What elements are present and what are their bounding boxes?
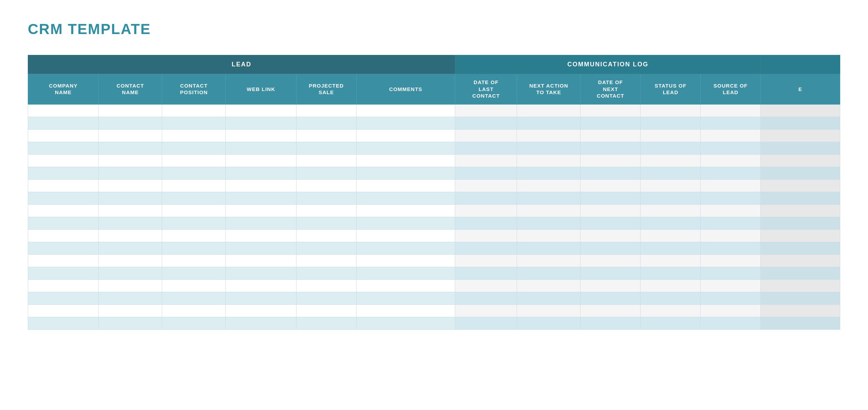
table-cell[interactable] (226, 192, 296, 204)
table-cell[interactable] (356, 229, 455, 242)
table-cell-comm[interactable] (455, 267, 517, 279)
table-cell[interactable] (226, 217, 296, 229)
table-cell[interactable] (99, 117, 162, 129)
table-cell-comm[interactable] (581, 279, 641, 292)
table-cell-comm[interactable] (641, 154, 701, 167)
table-cell[interactable] (356, 204, 455, 217)
table-cell[interactable] (28, 117, 99, 129)
table-cell-comm[interactable] (517, 204, 581, 217)
table-cell-comm[interactable] (641, 104, 701, 117)
table-cell-extra[interactable] (761, 279, 840, 292)
table-cell-comm[interactable] (517, 104, 581, 117)
table-cell-comm[interactable] (641, 192, 701, 204)
table-cell-comm[interactable] (701, 167, 761, 179)
table-cell[interactable] (28, 254, 99, 267)
table-cell-comm[interactable] (517, 229, 581, 242)
table-cell-extra[interactable] (761, 304, 840, 317)
table-cell-comm[interactable] (701, 154, 761, 167)
table-cell[interactable] (356, 267, 455, 279)
table-cell[interactable] (99, 317, 162, 329)
table-cell-comm[interactable] (641, 129, 701, 142)
table-cell-comm[interactable] (517, 129, 581, 142)
table-cell[interactable] (226, 317, 296, 329)
table-cell[interactable] (296, 254, 356, 267)
table-cell-comm[interactable] (455, 229, 517, 242)
table-cell-extra[interactable] (761, 104, 840, 117)
table-cell[interactable] (99, 267, 162, 279)
table-cell[interactable] (226, 279, 296, 292)
table-cell-extra[interactable] (761, 292, 840, 304)
table-cell-comm[interactable] (701, 267, 761, 279)
table-cell-comm[interactable] (455, 242, 517, 254)
table-cell-comm[interactable] (641, 254, 701, 267)
table-cell-comm[interactable] (701, 229, 761, 242)
table-cell-comm[interactable] (701, 104, 761, 117)
table-cell[interactable] (296, 129, 356, 142)
table-cell[interactable] (28, 204, 99, 217)
table-cell-comm[interactable] (641, 217, 701, 229)
table-cell[interactable] (296, 192, 356, 204)
table-cell-comm[interactable] (455, 167, 517, 179)
table-cell[interactable] (99, 179, 162, 192)
table-cell-comm[interactable] (701, 217, 761, 229)
table-cell[interactable] (162, 104, 226, 117)
table-cell-comm[interactable] (455, 192, 517, 204)
table-cell[interactable] (162, 229, 226, 242)
table-cell-comm[interactable] (581, 242, 641, 254)
table-cell-comm[interactable] (701, 242, 761, 254)
table-cell-extra[interactable] (761, 192, 840, 204)
table-cell[interactable] (162, 254, 226, 267)
table-cell-extra[interactable] (761, 242, 840, 254)
table-cell-comm[interactable] (641, 267, 701, 279)
table-cell-comm[interactable] (581, 104, 641, 117)
table-cell-comm[interactable] (581, 167, 641, 179)
table-cell[interactable] (28, 229, 99, 242)
table-cell-extra[interactable] (761, 154, 840, 167)
table-cell-comm[interactable] (701, 179, 761, 192)
table-cell[interactable] (162, 217, 226, 229)
table-cell-comm[interactable] (581, 292, 641, 304)
table-cell[interactable] (226, 229, 296, 242)
table-cell-comm[interactable] (641, 292, 701, 304)
table-cell-comm[interactable] (517, 292, 581, 304)
table-cell[interactable] (162, 117, 226, 129)
table-cell-comm[interactable] (641, 117, 701, 129)
table-cell[interactable] (226, 267, 296, 279)
table-cell[interactable] (356, 129, 455, 142)
table-cell-comm[interactable] (517, 192, 581, 204)
table-cell[interactable] (28, 267, 99, 279)
table-cell[interactable] (28, 167, 99, 179)
table-cell[interactable] (226, 142, 296, 154)
table-cell[interactable] (356, 317, 455, 329)
table-cell[interactable] (99, 204, 162, 217)
table-cell[interactable] (296, 267, 356, 279)
table-cell[interactable] (99, 217, 162, 229)
table-cell-comm[interactable] (701, 279, 761, 292)
table-cell-extra[interactable] (761, 229, 840, 242)
table-cell-comm[interactable] (641, 317, 701, 329)
table-cell-comm[interactable] (581, 254, 641, 267)
table-cell-comm[interactable] (517, 117, 581, 129)
table-cell-comm[interactable] (581, 142, 641, 154)
table-cell-comm[interactable] (455, 154, 517, 167)
table-cell-extra[interactable] (761, 129, 840, 142)
table-cell[interactable] (162, 192, 226, 204)
table-cell[interactable] (356, 179, 455, 192)
table-cell-extra[interactable] (761, 254, 840, 267)
table-cell-comm[interactable] (455, 279, 517, 292)
table-cell-comm[interactable] (701, 117, 761, 129)
table-cell-comm[interactable] (701, 204, 761, 217)
table-cell-comm[interactable] (517, 217, 581, 229)
table-cell-comm[interactable] (581, 317, 641, 329)
table-cell-extra[interactable] (761, 142, 840, 154)
table-cell-comm[interactable] (581, 267, 641, 279)
table-cell-comm[interactable] (701, 304, 761, 317)
table-cell[interactable] (226, 242, 296, 254)
table-cell[interactable] (162, 292, 226, 304)
table-cell[interactable] (226, 179, 296, 192)
table-cell[interactable] (99, 154, 162, 167)
table-cell-comm[interactable] (641, 279, 701, 292)
table-cell[interactable] (356, 304, 455, 317)
table-cell[interactable] (296, 242, 356, 254)
table-cell[interactable] (226, 304, 296, 317)
